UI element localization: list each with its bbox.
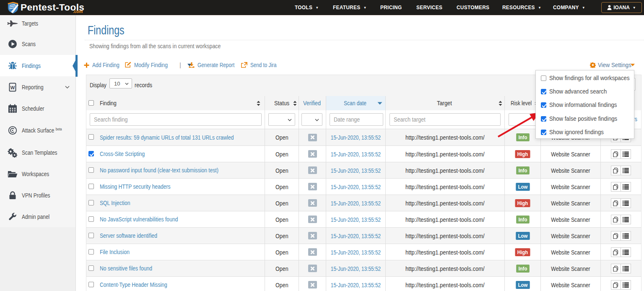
svg-text:W: W <box>10 85 15 90</box>
